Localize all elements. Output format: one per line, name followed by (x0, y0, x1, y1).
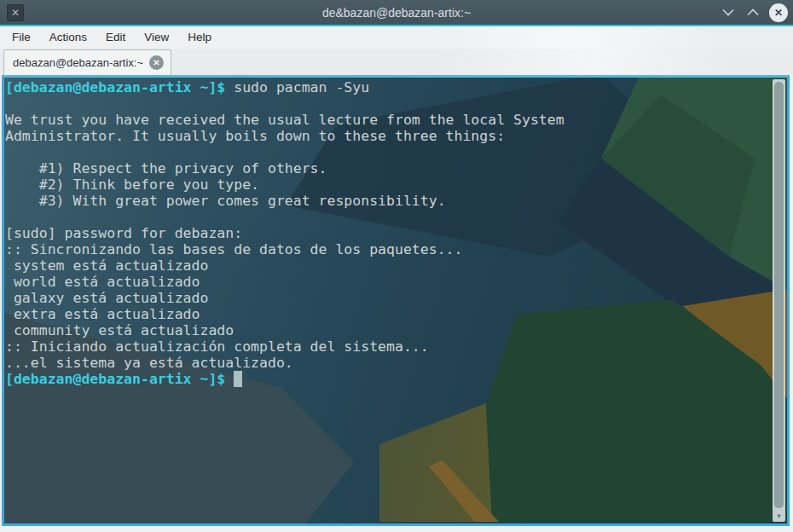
tab-active[interactable]: debazan@debazan-artix:~ ✕ (3, 49, 171, 75)
terminal-line: community está actualizado (5, 322, 772, 338)
terminal-line: ...el sistema ya está actualizado. (5, 355, 772, 371)
terminal-line: :: Iniciando actualización completa del … (5, 338, 772, 355)
terminal-text: :: Iniciando actualización completa del … (5, 338, 429, 355)
terminal-text: extra está actualizado (5, 306, 200, 322)
terminal-line: :: Sincronizando las bases de datos de l… (5, 241, 772, 257)
terminal-text: galaxy está actualizado (5, 290, 208, 306)
window-title: de&bazan@debazan-artix:~ (0, 6, 793, 20)
titlebar[interactable]: ✕ de&bazan@debazan-artix:~ ✕ (0, 0, 793, 25)
tab-label: debazan@debazan-artix:~ (13, 56, 143, 69)
scrollbar-down-arrow[interactable]: ▾ (773, 511, 785, 522)
terminal-line (5, 209, 772, 225)
terminal-text (225, 371, 234, 387)
terminal-frame: [debazan@debazan-artix ~]$ sudo pacman -… (2, 75, 790, 526)
menu-item-view[interactable]: View (135, 26, 178, 49)
tab-close-icon: ✕ (153, 58, 159, 67)
tab-close-button[interactable]: ✕ (149, 55, 164, 70)
terminal-line: [debazan@debazan-artix ~]$ sudo pacman -… (5, 79, 772, 95)
chevron-up-icon (747, 9, 759, 16)
terminal-cursor (234, 371, 242, 387)
terminal-line: system está actualizado (5, 257, 772, 274)
terminal-text: #2) Think before you type. (5, 176, 259, 193)
menu-item-edit[interactable]: Edit (96, 26, 135, 49)
terminal-line: extra está actualizado (5, 306, 772, 322)
terminal-prompt: [debazan@debazan-artix ~]$ (5, 371, 225, 387)
konsole-window: ✕ de&bazan@debazan-artix:~ ✕ FileActions… (0, 0, 793, 532)
terminal-line: galaxy está actualizado (5, 290, 772, 306)
menu-item-file[interactable]: File (3, 26, 40, 49)
tab-bar: debazan@debazan-artix:~ ✕ (0, 49, 793, 75)
terminal-text: sudo pacman -Syu (225, 79, 369, 95)
terminal-line: #1) Respect the privacy of others. (5, 160, 772, 176)
terminal-line (5, 144, 772, 160)
terminal-text: community está actualizado (5, 322, 234, 338)
menu-item-help[interactable]: Help (178, 26, 221, 49)
terminal-line: We trust you have received the usual lec… (5, 112, 772, 128)
terminal-line: #2) Think before you type. (5, 176, 772, 193)
minimize-button[interactable] (720, 4, 737, 21)
window-controls: ✕ (720, 0, 788, 25)
scrollbar[interactable]: ▾ (773, 79, 785, 522)
close-icon: ✕ (774, 7, 783, 19)
terminal-text: We trust you have received the usual lec… (5, 112, 564, 128)
maximize-button[interactable] (744, 4, 761, 21)
menu-bar: FileActionsEditViewHelp (0, 26, 793, 49)
terminal-text: [sudo] password for debazan: (5, 225, 242, 241)
terminal-text: system está actualizado (5, 257, 208, 274)
terminal-text: :: Sincronizando las bases de datos de l… (5, 241, 462, 257)
terminal-line: #3) With great power comes great respons… (5, 193, 772, 209)
terminal-text: Administrator. It usually boils down to … (5, 128, 505, 144)
terminal-line: world está actualizado (5, 274, 772, 290)
chevron-down-icon (722, 9, 734, 16)
terminal-line: Administrator. It usually boils down to … (5, 128, 772, 144)
menu-item-actions[interactable]: Actions (40, 26, 96, 49)
terminal-output[interactable]: [debazan@debazan-artix ~]$ sudo pacman -… (5, 79, 772, 523)
terminal-text: #3) With great power comes great respons… (5, 193, 446, 209)
terminal-line (5, 95, 772, 112)
terminal-text: ...el sistema ya está actualizado. (5, 355, 293, 371)
terminal-line: [sudo] password for debazan: (5, 225, 772, 241)
terminal-text: world está actualizado (5, 274, 200, 290)
close-button[interactable]: ✕ (769, 3, 788, 22)
terminal-prompt: [debazan@debazan-artix ~]$ (5, 79, 225, 95)
terminal-viewport: [debazan@debazan-artix ~]$ sudo pacman -… (4, 78, 787, 523)
scrollbar-thumb[interactable] (774, 82, 784, 508)
terminal-text: #1) Respect the privacy of others. (5, 160, 327, 176)
terminal-line: [debazan@debazan-artix ~]$ (5, 371, 772, 387)
